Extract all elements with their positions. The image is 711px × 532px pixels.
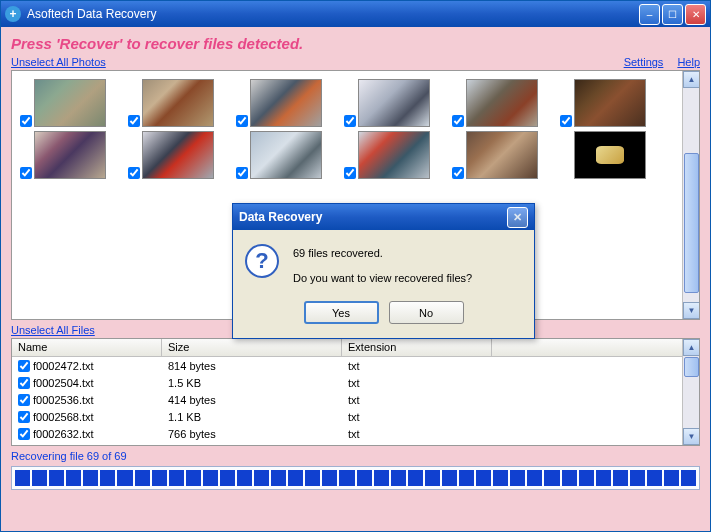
col-header-size[interactable]: Size: [162, 339, 342, 356]
photo-item[interactable]: [448, 79, 554, 127]
file-name: f0002536.txt: [33, 394, 94, 406]
files-header: Name Size Extension: [12, 339, 699, 357]
file-name: f0002504.txt: [33, 377, 94, 389]
recovery-dialog: Data Recovery ✕ ? 69 files recovered. Do…: [232, 203, 535, 339]
photo-thumbnail: [358, 131, 430, 179]
scroll-up-button[interactable]: ▲: [683, 71, 700, 88]
photo-checkbox[interactable]: [452, 167, 464, 179]
file-name: f0002568.txt: [33, 411, 94, 423]
file-ext: txt: [342, 411, 492, 423]
photo-checkbox[interactable]: [344, 167, 356, 179]
file-name: f0002472.txt: [33, 360, 94, 372]
photo-item[interactable]: [232, 131, 338, 179]
window-title: Asoftech Data Recovery: [27, 7, 639, 21]
photo-checkbox[interactable]: [128, 167, 140, 179]
col-header-name[interactable]: Name: [12, 339, 162, 356]
photo-item[interactable]: [340, 131, 446, 179]
maximize-button[interactable]: ☐: [662, 4, 683, 25]
file-size: 766 bytes: [162, 428, 342, 440]
question-icon: ?: [245, 244, 279, 278]
file-row[interactable]: f0002536.txt 414 bytes txt: [12, 391, 699, 408]
dialog-buttons: Yes No: [233, 301, 534, 338]
top-links-row: Unselect All Photos Settings Help: [11, 56, 700, 68]
photo-checkbox[interactable]: [560, 115, 572, 127]
file-row[interactable]: f0002504.txt 1.5 KB txt: [12, 374, 699, 391]
dialog-line1: 69 files recovered.: [293, 244, 472, 263]
photo-checkbox[interactable]: [236, 115, 248, 127]
file-row[interactable]: f0002568.txt 1.1 KB txt: [12, 408, 699, 425]
col-header-spacer: [492, 339, 699, 356]
photo-thumbnail: [250, 79, 322, 127]
file-ext: txt: [342, 360, 492, 372]
photo-grid: [12, 71, 699, 187]
photo-item[interactable]: [340, 79, 446, 127]
progress-bar: [11, 466, 700, 490]
photo-thumbnail: [34, 79, 106, 127]
instruction-text: Press 'Recover' to recover files detecte…: [11, 35, 700, 52]
dialog-body: ? 69 files recovered. Do you want to vie…: [233, 230, 534, 301]
col-header-extension[interactable]: Extension: [342, 339, 492, 356]
photo-checkbox[interactable]: [344, 115, 356, 127]
no-button[interactable]: No: [389, 301, 464, 324]
scroll-up-button[interactable]: ▲: [683, 339, 700, 356]
dialog-close-button[interactable]: ✕: [507, 207, 528, 228]
file-size: 814 bytes: [162, 360, 342, 372]
photo-item[interactable]: [16, 131, 122, 179]
photo-checkbox[interactable]: [20, 115, 32, 127]
help-link[interactable]: Help: [677, 56, 700, 68]
photo-item[interactable]: [556, 79, 662, 127]
files-scrollbar[interactable]: ▲ ▼: [682, 339, 699, 445]
yes-button[interactable]: Yes: [304, 301, 379, 324]
file-name: f0002632.txt: [33, 428, 94, 440]
scroll-thumb[interactable]: [684, 357, 699, 377]
scroll-thumb[interactable]: [684, 153, 699, 293]
photo-thumbnail: [142, 131, 214, 179]
photo-thumbnail: [466, 131, 538, 179]
file-size: 1.5 KB: [162, 377, 342, 389]
file-checkbox[interactable]: [18, 428, 30, 440]
photo-checkbox[interactable]: [128, 115, 140, 127]
photo-item[interactable]: [124, 79, 230, 127]
settings-link[interactable]: Settings: [624, 56, 664, 68]
app-window: + Asoftech Data Recovery – ☐ ✕ Press 'Re…: [0, 0, 711, 532]
file-size: 1.1 KB: [162, 411, 342, 423]
photo-thumbnail: [250, 131, 322, 179]
unselect-photos-link[interactable]: Unselect All Photos: [11, 56, 106, 68]
photo-thumbnail: [574, 131, 646, 179]
minimize-button[interactable]: –: [639, 4, 660, 25]
files-body: f0002472.txt 814 bytes txt f0002504.txt …: [12, 357, 699, 442]
photo-item[interactable]: [556, 131, 662, 179]
scroll-down-button[interactable]: ▼: [683, 428, 700, 445]
photo-thumbnail: [466, 79, 538, 127]
file-checkbox[interactable]: [18, 411, 30, 423]
file-checkbox[interactable]: [18, 377, 30, 389]
dialog-text: 69 files recovered. Do you want to view …: [293, 244, 472, 287]
file-row[interactable]: f0002472.txt 814 bytes txt: [12, 357, 699, 374]
dialog-title: Data Recovery: [239, 210, 507, 224]
right-links: Settings Help: [624, 56, 700, 68]
photo-scrollbar[interactable]: ▲ ▼: [682, 71, 699, 319]
photo-item[interactable]: [448, 131, 554, 179]
photo-item[interactable]: [16, 79, 122, 127]
titlebar: + Asoftech Data Recovery – ☐ ✕: [1, 1, 710, 27]
file-size: 414 bytes: [162, 394, 342, 406]
dialog-line2: Do you want to view recovered files?: [293, 269, 472, 288]
close-button[interactable]: ✕: [685, 4, 706, 25]
photo-item[interactable]: [124, 131, 230, 179]
scroll-down-button[interactable]: ▼: [683, 302, 700, 319]
file-checkbox[interactable]: [18, 394, 30, 406]
photo-checkbox[interactable]: [452, 115, 464, 127]
unselect-files-link[interactable]: Unselect All Files: [11, 324, 95, 336]
window-controls: – ☐ ✕: [639, 4, 706, 25]
photo-item[interactable]: [232, 79, 338, 127]
files-panel: Name Size Extension f0002472.txt 814 byt…: [11, 338, 700, 446]
file-ext: txt: [342, 394, 492, 406]
file-row[interactable]: f0002632.txt 766 bytes txt: [12, 425, 699, 442]
photo-checkbox[interactable]: [236, 167, 248, 179]
status-text: Recovering file 69 of 69: [11, 450, 700, 462]
file-ext: txt: [342, 428, 492, 440]
photo-checkbox[interactable]: [20, 167, 32, 179]
photo-thumbnail: [142, 79, 214, 127]
dialog-titlebar: Data Recovery ✕: [233, 204, 534, 230]
file-checkbox[interactable]: [18, 360, 30, 372]
